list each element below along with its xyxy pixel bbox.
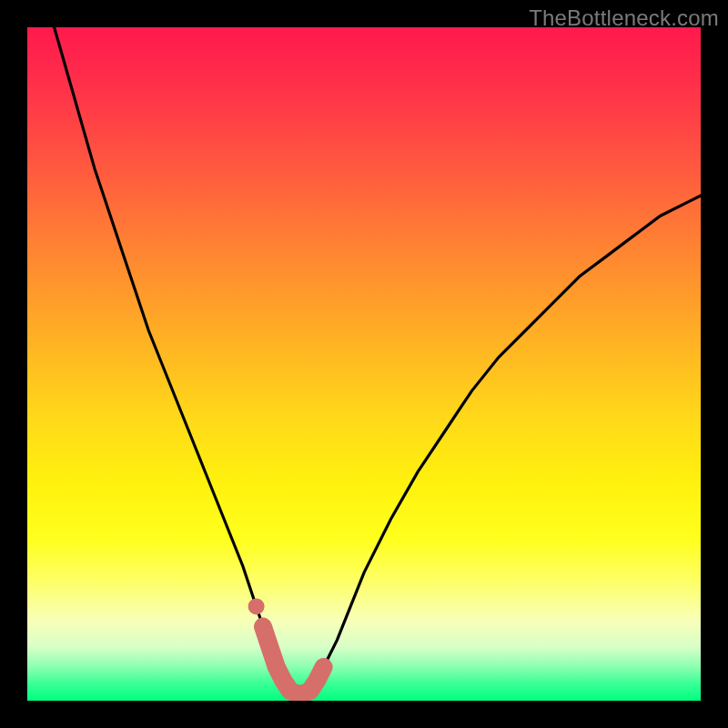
- curve-layer: [27, 27, 701, 701]
- bottom-marker-path: [263, 627, 324, 694]
- outer-frame: TheBottleneck.com: [0, 0, 728, 728]
- watermark-text: TheBottleneck.com: [529, 5, 719, 31]
- bottom-marker-dot: [248, 598, 265, 614]
- bottleneck-curve: [55, 27, 701, 694]
- plot-area: [27, 27, 701, 701]
